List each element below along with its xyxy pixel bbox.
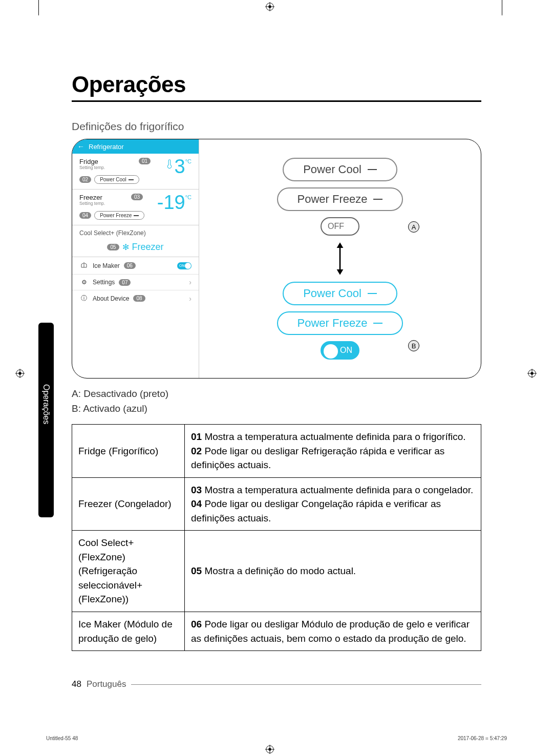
page-footer: 48 Português xyxy=(72,679,481,689)
cool-select-zone[interactable]: Cool Select+ (FlexZone) 05 ✻ Freezer xyxy=(72,225,199,257)
table-row-label: Freezer (Congelador) xyxy=(72,477,185,531)
registration-mark-left xyxy=(15,369,25,378)
power-freeze-mini-button[interactable]: Power Freeze xyxy=(94,211,144,220)
toggle-off[interactable]: OFF xyxy=(321,217,359,236)
callout-04: 04 xyxy=(79,212,91,219)
table-row-desc: 05 Mostra a definição do modo actual. xyxy=(185,531,481,612)
about-device-row[interactable]: ⓘ About Device 08 › xyxy=(72,290,199,306)
thermometer-icon xyxy=(166,159,173,171)
power-cool-mini-button[interactable]: Power Cool xyxy=(94,175,139,184)
annotation-b: B xyxy=(408,340,419,351)
power-freeze-pill-label: Power Freeze xyxy=(297,193,368,206)
page-language: Português xyxy=(87,679,126,689)
callout-06: 06 xyxy=(124,262,136,269)
ice-maker-row[interactable]: Ice Maker 06 ON xyxy=(72,257,199,275)
svg-marker-19 xyxy=(337,269,344,275)
ice-icon xyxy=(79,261,89,270)
power-cool-mini-label: Power Cool xyxy=(100,177,126,182)
power-cool-pill-label: Power Cool xyxy=(303,163,361,176)
table-row-label: Fridge (Frigorífico) xyxy=(72,425,185,478)
callout-05: 05 xyxy=(107,244,119,250)
snowflake-icon: ✻ xyxy=(122,242,129,252)
minus-icon xyxy=(368,293,377,294)
states-panel: Power Cool Power Freeze OFF A Power Cool xyxy=(199,139,481,378)
cool-select-mode: Freezer xyxy=(132,242,164,253)
registration-mark-bottom xyxy=(265,745,274,754)
gear-icon: ⚙ xyxy=(79,279,89,286)
table-row-desc: 01 Mostra a temperatura actualmente defi… xyxy=(185,425,481,478)
callout-02: 02 xyxy=(79,176,91,183)
power-cool-pill-off[interactable]: Power Cool xyxy=(283,158,397,181)
print-timestamp: 2017-06-28 ⌗ 5:47:29 xyxy=(458,736,507,742)
section-tab-label: Operações xyxy=(41,384,51,424)
callout-08: 08 xyxy=(133,295,145,302)
callout-03: 03 xyxy=(131,194,143,200)
print-footer: Untitled-55 48 2017-06-28 ⌗ 5:47:29 xyxy=(46,736,507,742)
page-title: Operações xyxy=(72,72,481,97)
phone-screenshot: ← Refrigerator Fridge Setting temp. 01 3… xyxy=(72,139,199,378)
back-icon[interactable]: ← xyxy=(77,142,84,151)
minus-icon xyxy=(129,179,134,180)
minus-icon xyxy=(373,199,382,200)
minus-icon xyxy=(134,215,139,216)
callout-07: 07 xyxy=(119,279,131,286)
phone-header-title: Refrigerator xyxy=(89,143,124,151)
table-row-label: Ice Maker (Módulo de produção de gelo) xyxy=(72,612,185,651)
phone-header[interactable]: ← Refrigerator xyxy=(72,139,199,154)
table-row-desc: 06 Pode ligar ou desligar Módulo de prod… xyxy=(185,612,481,651)
table-row: Cool Select+ (FlexZone) (Refrigeração se… xyxy=(72,531,481,612)
svg-marker-18 xyxy=(337,242,344,248)
chevron-right-icon: › xyxy=(189,295,192,303)
description-table: Fridge (Frigorífico)01 Mostra a temperat… xyxy=(72,424,481,651)
power-cool-pill-label: Power Cool xyxy=(303,287,361,300)
table-row-label: Cool Select+ (FlexZone) (Refrigeração se… xyxy=(72,531,185,612)
table-row: Ice Maker (Módulo de produção de gelo)06… xyxy=(72,612,481,651)
page-number: 48 xyxy=(72,679,81,689)
table-row-desc: 03 Mostra a temperatura actualmente defi… xyxy=(185,477,481,531)
ice-maker-label: Ice Maker xyxy=(93,262,120,269)
section-tab: Operações xyxy=(38,323,54,517)
figure-panel: ← Refrigerator Fridge Setting temp. 01 3… xyxy=(72,139,481,379)
callout-01: 01 xyxy=(139,158,151,164)
table-row: Fridge (Frigorífico)01 Mostra a temperat… xyxy=(72,425,481,478)
toggle-off-label: OFF xyxy=(328,222,344,231)
annotation-a: A xyxy=(408,221,419,233)
registration-mark-right xyxy=(527,369,537,378)
fridge-zone[interactable]: Fridge Setting temp. 01 3°C 02 Power Coo… xyxy=(72,154,199,190)
updown-arrow-icon xyxy=(335,241,345,277)
toggle-on[interactable]: ON xyxy=(321,341,359,360)
minus-icon xyxy=(368,169,377,170)
settings-label: Settings xyxy=(93,279,115,286)
section-heading: Definições do frigorífico xyxy=(72,120,481,133)
about-device-label: About Device xyxy=(93,295,129,302)
minus-icon xyxy=(373,323,382,324)
key-b: B: Activado (azul) xyxy=(72,402,481,416)
settings-row[interactable]: ⚙ Settings 07 › xyxy=(72,275,199,290)
title-rule xyxy=(72,100,481,102)
crop-mark xyxy=(38,0,39,15)
toggle-on-label: ON xyxy=(340,346,352,355)
info-icon: ⓘ xyxy=(79,294,89,303)
power-freeze-pill-on[interactable]: Power Freeze xyxy=(277,311,403,335)
power-cool-pill-on[interactable]: Power Cool xyxy=(283,282,397,305)
freezer-zone[interactable]: Freezer Setting temp. 03 -19°C 04 Power … xyxy=(72,190,199,225)
ice-maker-toggle[interactable]: ON xyxy=(177,262,192,269)
on-state-group: Power Cool Power Freeze ON xyxy=(277,282,403,360)
power-freeze-mini-label: Power Freeze xyxy=(100,213,132,218)
cool-select-label: Cool Select+ (FlexZone) xyxy=(79,229,192,237)
key-a: A: Desactivado (preto) xyxy=(72,387,481,402)
off-state-group: Power Cool Power Freeze OFF xyxy=(277,158,403,236)
chevron-right-icon: › xyxy=(189,278,192,286)
crop-mark xyxy=(502,0,502,15)
print-doc-id: Untitled-55 48 xyxy=(46,736,78,742)
freezer-temp: -19°C xyxy=(157,193,192,212)
registration-mark-top xyxy=(265,2,274,11)
table-row: Freezer (Congelador)03 Mostra a temperat… xyxy=(72,477,481,531)
power-freeze-pill-off[interactable]: Power Freeze xyxy=(277,187,403,211)
fridge-temp: 3°C xyxy=(175,157,192,176)
power-freeze-pill-label: Power Freeze xyxy=(297,317,368,330)
